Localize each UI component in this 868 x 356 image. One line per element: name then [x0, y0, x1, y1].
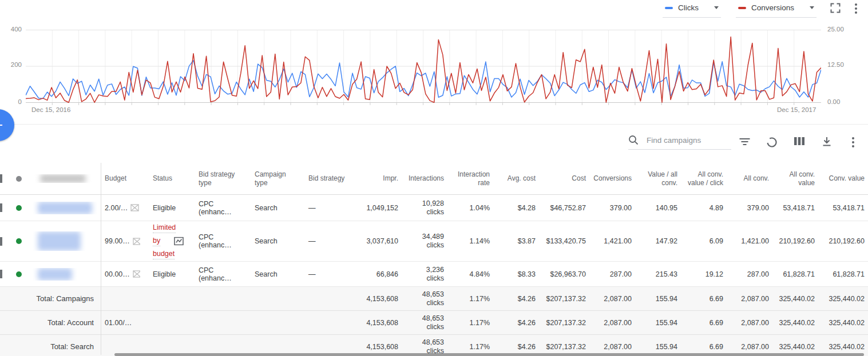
cell-interaction_rate: 1.17% — [447, 295, 493, 303]
cell-conversions: 287.00 — [589, 270, 635, 278]
total-row: Total: Account01.00/…4,153,60848,653clic… — [0, 311, 868, 335]
enabled-status-dot-icon — [16, 238, 22, 244]
cell-all_conv: 379.00 — [727, 204, 772, 212]
cell-impr: 1,049,152 — [350, 204, 402, 212]
cell-conv_value: 210,192.60 — [818, 237, 868, 245]
filter-button[interactable] — [739, 137, 750, 149]
row-checkbox[interactable] — [0, 270, 2, 278]
performance-timeseries-chart — [26, 30, 821, 106]
table-more-options-button[interactable] — [851, 137, 855, 150]
cell-budget[interactable]: 00.00… — [101, 270, 140, 278]
column-header-campaign_type[interactable]: Campaign type — [243, 170, 296, 187]
chart-more-options-button[interactable] — [854, 3, 858, 14]
campaign-name-cell[interactable] — [32, 231, 101, 251]
interactions-unit: clicks — [426, 274, 444, 283]
cell-conv_value: 325,440.02 — [818, 343, 868, 351]
left-axis-tick-200: 200 — [2, 61, 22, 68]
cell-interaction_rate: 1.17% — [447, 319, 493, 327]
cell-all_conv_value_click: 6.69 — [681, 343, 727, 351]
column-header-all_conv_value[interactable]: All conv. value — [772, 170, 818, 187]
columns-button[interactable] — [794, 137, 804, 148]
column-header-value_all_conv[interactable]: Value / all conv. — [635, 170, 681, 187]
select-all-checkbox[interactable] — [0, 174, 2, 183]
cell-budget[interactable]: 99.00… — [101, 237, 140, 245]
cell-campaign_type: Search — [243, 204, 296, 212]
interactions-count: 48,653 — [422, 290, 444, 299]
status-dot-cell — [8, 238, 32, 244]
x-axis-start-date: Dec 15, 2016 — [31, 106, 70, 113]
find-campaigns-search[interactable] — [628, 135, 731, 150]
segment-button[interactable] — [766, 137, 778, 150]
cell-bid_strategy_type: CPC (enhanc… — [187, 266, 243, 282]
cell-budget: 01.00/… — [101, 319, 140, 327]
kebab-menu-icon — [851, 137, 855, 148]
frozen-column-divider — [101, 163, 101, 355]
column-header-impr[interactable]: Impr. — [350, 174, 402, 183]
cell-cost: $133,420.75 — [539, 237, 589, 245]
chart-metric-conversions-dropdown[interactable]: Conversions — [736, 2, 817, 18]
budget-chart-icon — [130, 204, 139, 211]
column-header-conv_value[interactable]: Conv. value — [818, 174, 868, 183]
campaign-name-cell[interactable] — [32, 202, 101, 214]
cell-all_conv_value: 325,440.02 — [772, 319, 818, 327]
cell-all_conv: 2,087.00 — [727, 343, 772, 351]
cell-all_conv_value_click: 6.69 — [681, 295, 727, 303]
column-header-avg_cost[interactable]: Avg. cost — [493, 174, 539, 183]
interactions-unit: clicks — [426, 323, 444, 331]
cell-avg_cost: $8.33 — [493, 270, 539, 278]
download-button[interactable] — [822, 137, 832, 149]
status-text: by — [153, 237, 160, 246]
cell-bid_strategy_type: CPC (enhanc… — [187, 233, 243, 249]
cell-all_conv: 2,087.00 — [727, 295, 772, 303]
cell-all_conv_value_click: 19.12 — [681, 270, 727, 278]
campaign-name-cell[interactable] — [32, 268, 101, 281]
column-header-cost[interactable]: Cost — [539, 174, 589, 183]
column-header-interaction_rate[interactable]: Interaction rate — [447, 170, 493, 187]
row-checkbox[interactable] — [0, 237, 2, 246]
cell-all_conv: 2,087.00 — [727, 319, 772, 327]
column-header-bid_strategy_type[interactable]: Bid strategy type — [187, 170, 243, 187]
cell-value_all_conv: 215.43 — [635, 270, 681, 278]
bid-strategy-report-icon[interactable] — [174, 237, 184, 246]
column-header-conversions[interactable]: Conversions — [589, 174, 635, 183]
cell-value_all_conv: 147.92 — [635, 237, 681, 245]
column-header-budget[interactable]: Budget — [101, 174, 140, 183]
cell-campaign_type: Search — [243, 270, 296, 278]
status-text: Limited — [153, 223, 176, 233]
cell-all_conv_value: 325,440.02 — [772, 295, 818, 303]
right-axis-tick-0: 0.00 — [827, 98, 847, 105]
google-ads-campaigns-screen: Clicks Conversions 400 200 0 25.00 12.50… — [0, 0, 868, 356]
cell-interactions: 34,489clicks — [402, 233, 447, 250]
section-divider — [0, 124, 868, 125]
table-toolbar — [0, 134, 868, 159]
chart-metric-clicks-dropdown[interactable]: Clicks — [663, 2, 721, 18]
segment-icon — [766, 137, 778, 148]
cell-interactions: 3,236clicks — [402, 266, 447, 283]
cell-interactions: 48,653clicks — [402, 290, 447, 307]
kebab-menu-icon — [854, 3, 858, 14]
right-axis-tick-12-50: 12.50 — [827, 61, 847, 68]
expand-chart-button[interactable] — [830, 3, 841, 13]
enabled-status-dot-icon — [16, 271, 22, 277]
x-axis-end-date: Dec 15, 2017 — [777, 106, 816, 113]
download-icon — [822, 137, 832, 147]
column-header-status[interactable]: Status — [140, 174, 187, 183]
search-input[interactable] — [645, 135, 728, 145]
cell-cost: $207,137.32 — [539, 295, 589, 303]
cell-all_conv: 1,421.00 — [727, 237, 772, 245]
campaign-name-column-header[interactable] — [32, 174, 101, 183]
interactions-count: 48,653 — [422, 338, 444, 347]
horizontal-scrollbar[interactable] — [114, 353, 864, 356]
cell-budget[interactable]: 2.00/… — [101, 204, 140, 212]
column-header-all_conv[interactable]: All conv. — [727, 174, 772, 183]
cell-avg_cost: $3.87 — [493, 237, 539, 245]
cell-all_conv_value: 325,440.02 — [772, 343, 818, 351]
column-header-interactions[interactable]: Interactions — [402, 174, 447, 183]
column-header-bid_strategy[interactable]: Bid strategy — [296, 174, 350, 183]
cell-impr: 4,153,608 — [350, 343, 402, 351]
cell-status: Eligible — [140, 204, 187, 212]
campaigns-table: BudgetStatusBid strategy typeCampaign ty… — [0, 163, 868, 356]
campaigns-table-rows: BudgetStatusBid strategy typeCampaign ty… — [0, 163, 868, 356]
column-header-all_conv_value_click[interactable]: All conv. value / click — [681, 170, 727, 187]
row-checkbox[interactable] — [0, 203, 2, 212]
